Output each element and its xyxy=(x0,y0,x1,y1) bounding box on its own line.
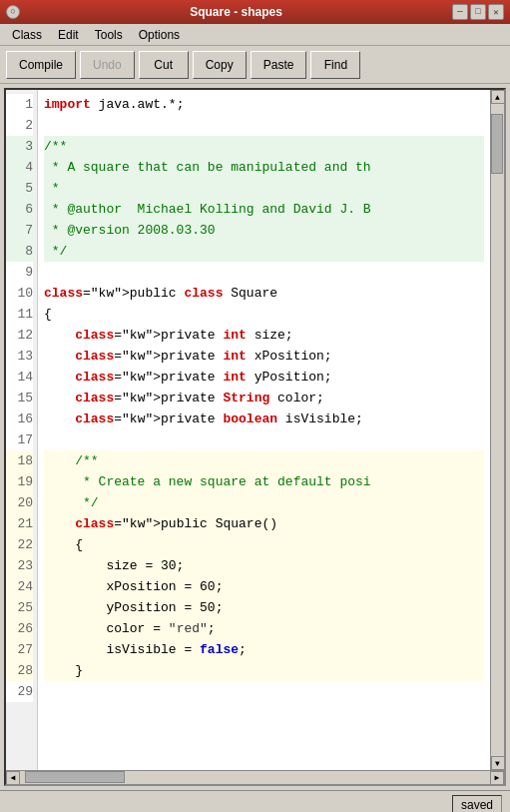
code-line-19: * Create a new square at default posi xyxy=(44,471,484,492)
code-line-6: * @author Michael Kolling and David J. B xyxy=(44,199,484,220)
code-line-11: { xyxy=(44,304,484,325)
window-title: Square - shapes xyxy=(20,5,452,19)
scroll-down-arrow[interactable]: ▼ xyxy=(491,756,505,770)
title-dot[interactable]: ○ xyxy=(6,5,20,19)
code-line-4: * A square that can be manipulated and t… xyxy=(44,157,484,178)
scroll-left-arrow[interactable]: ◀ xyxy=(6,771,20,785)
status-text: saved xyxy=(452,795,502,813)
line-numbers: 1234567891011121314151617181920212223242… xyxy=(6,90,38,770)
code-line-24: xPosition = 60; xyxy=(44,576,484,597)
horizontal-scrollbar[interactable]: ◀ ▶ xyxy=(6,770,504,784)
code-line-3: /** xyxy=(44,136,484,157)
compile-button[interactable]: Compile xyxy=(6,51,76,79)
code-line-26: color = "red"; xyxy=(44,618,484,639)
editor-container: 1234567891011121314151617181920212223242… xyxy=(4,88,506,786)
menu-options[interactable]: Options xyxy=(131,26,188,44)
code-line-16: class="kw">private boolean isVisible; xyxy=(44,408,484,429)
code-line-25: yPosition = 50; xyxy=(44,597,484,618)
scroll-track-vertical[interactable] xyxy=(491,104,504,756)
code-line-27: isVisible = false; xyxy=(44,639,484,660)
code-line-23: size = 30; xyxy=(44,555,484,576)
code-line-8: */ xyxy=(44,241,484,262)
menu-class[interactable]: Class xyxy=(4,26,50,44)
undo-button[interactable]: Undo xyxy=(80,51,135,79)
toolbar: Compile Undo Cut Copy Paste Find xyxy=(0,46,510,84)
menu-tools[interactable]: Tools xyxy=(87,26,131,44)
code-line-9 xyxy=(44,262,484,283)
code-line-12: class="kw">private int size; xyxy=(44,325,484,346)
code-line-20: */ xyxy=(44,492,484,513)
minimize-button[interactable]: ─ xyxy=(452,4,468,20)
code-line-7: * @version 2008.03.30 xyxy=(44,220,484,241)
title-bar: ○ Square - shapes ─ □ ✕ xyxy=(0,0,510,24)
code-line-28: } xyxy=(44,660,484,681)
code-line-5: * xyxy=(44,178,484,199)
code-line-22: { xyxy=(44,534,484,555)
scroll-track-horizontal[interactable] xyxy=(20,771,490,784)
code-line-18: /** xyxy=(44,450,484,471)
code-area[interactable]: import java.awt.*; /** * A square that c… xyxy=(38,90,490,770)
scroll-thumb-horizontal[interactable] xyxy=(25,771,125,783)
code-line-2 xyxy=(44,115,484,136)
code-line-29 xyxy=(44,681,484,702)
code-line-17 xyxy=(44,429,484,450)
scroll-right-arrow[interactable]: ▶ xyxy=(490,771,504,785)
vertical-scrollbar[interactable]: ▲ ▼ xyxy=(490,90,504,770)
close-button[interactable]: ✕ xyxy=(488,4,504,20)
code-line-15: class="kw">private String color; xyxy=(44,388,484,408)
copy-button[interactable]: Copy xyxy=(193,51,247,79)
code-line-1: import java.awt.*; xyxy=(44,94,484,115)
code-line-13: class="kw">private int xPosition; xyxy=(44,346,484,367)
find-button[interactable]: Find xyxy=(310,51,360,79)
code-line-21: class="kw">public Square() xyxy=(44,513,484,534)
menu-edit[interactable]: Edit xyxy=(50,26,87,44)
code-line-14: class="kw">private int yPosition; xyxy=(44,367,484,388)
scroll-thumb-vertical[interactable] xyxy=(491,114,503,174)
cut-button[interactable]: Cut xyxy=(139,51,189,79)
scroll-up-arrow[interactable]: ▲ xyxy=(491,90,505,104)
menu-bar: Class Edit Tools Options xyxy=(0,24,510,46)
paste-button[interactable]: Paste xyxy=(251,51,307,79)
maximize-button[interactable]: □ xyxy=(470,4,486,20)
code-line-10: class="kw">public class Square xyxy=(44,283,484,304)
status-bar: saved xyxy=(0,790,510,812)
